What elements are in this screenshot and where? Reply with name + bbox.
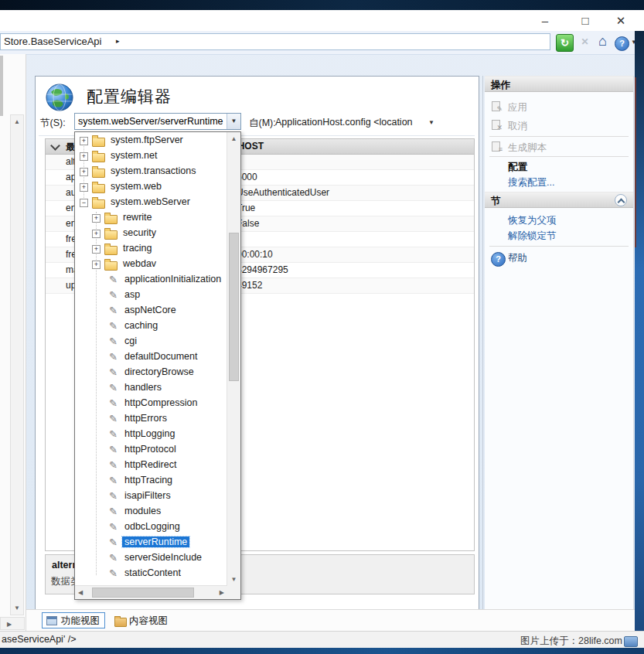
scrollbar-thumb[interactable]: [229, 233, 239, 381]
tree-item-tracing[interactable]: +tracing: [75, 241, 227, 257]
tree-item-label[interactable]: rewrite: [123, 212, 152, 223]
tree-item-label[interactable]: httpProtocol: [124, 444, 176, 455]
tree-item-directoryBrowse[interactable]: ✎directoryBrowse: [75, 365, 227, 380]
tab-features-view[interactable]: 功能视图: [42, 612, 105, 628]
expand-icon[interactable]: +: [92, 214, 101, 223]
grid-cell-value[interactable]: 4294967295: [237, 264, 288, 275]
dropdown-horizontal-scrollbar[interactable]: ◀ ▶: [75, 585, 227, 599]
tree-item-httpErrors[interactable]: ✎httpErrors: [75, 411, 227, 427]
tree-item-label[interactable]: directoryBrowse: [124, 366, 194, 377]
breadcrumb[interactable]: Store.BaseServiceApi: [0, 33, 550, 50]
revert-to-parent-link[interactable]: 恢复为父项: [508, 214, 557, 227]
tree-item-staticContent[interactable]: ✎staticContent: [75, 566, 227, 581]
expand-icon[interactable]: +: [80, 183, 88, 192]
help-icon[interactable]: ?: [615, 36, 629, 51]
tree-item-system.ftpServer[interactable]: +system.ftpServer: [75, 133, 227, 148]
connections-horizontal-scrollbar[interactable]: ▶: [0, 617, 25, 630]
tree-item-label[interactable]: webdav: [123, 258, 156, 269]
tree-item-httpCompression[interactable]: ✎httpCompression: [75, 396, 227, 411]
tree-item-isapiFilters[interactable]: ✎isapiFilters: [75, 489, 227, 504]
tree-item-label[interactable]: modules: [124, 506, 161, 516]
connections-vertical-scrollbar[interactable]: ▲ ▼: [10, 114, 24, 615]
tree-item-label[interactable]: system.webServer: [111, 196, 190, 207]
tree-item-label[interactable]: system.transactions: [111, 165, 196, 176]
tree-item-label[interactable]: httpErrors: [124, 413, 167, 424]
scroll-down-icon[interactable]: ▼: [227, 576, 240, 583]
tree-item-label[interactable]: system.web: [111, 181, 162, 192]
tree-item-label[interactable]: security: [123, 227, 156, 238]
tree-item-asp[interactable]: ✎asp: [75, 288, 227, 303]
scroll-left-icon[interactable]: ◀: [78, 589, 83, 596]
minimize-button[interactable]: –: [533, 12, 557, 29]
tree-item-httpProtocol[interactable]: ✎httpProtocol: [75, 442, 227, 458]
collapse-chevron-icon[interactable]: [50, 141, 60, 151]
search-config-link[interactable]: 搜索配置...: [508, 176, 554, 189]
tree-item-serverSideInclude[interactable]: ✎serverSideInclude: [75, 550, 227, 566]
tree-item-defaultDocument[interactable]: ✎defaultDocument: [75, 349, 227, 365]
scroll-right-icon[interactable]: ▶: [220, 589, 224, 596]
close-button[interactable]: ✕: [609, 12, 632, 29]
tree-item-odbcLogging[interactable]: ✎odbcLogging: [75, 519, 227, 535]
tab-content-view[interactable]: 内容视图: [110, 612, 173, 628]
section-combobox[interactable]: system.webServer/serverRuntime ▼: [74, 113, 241, 130]
scroll-up-icon[interactable]: ▲: [227, 135, 240, 142]
tree-item-label[interactable]: httpTracing: [124, 475, 172, 485]
tree-item-label[interactable]: caching: [124, 320, 158, 331]
refresh-icon[interactable]: ↻: [556, 34, 574, 52]
tree-item-label[interactable]: system.net: [111, 150, 157, 161]
tree-item-system.web[interactable]: +system.web: [75, 179, 227, 195]
unlock-section-link[interactable]: 解除锁定节: [508, 230, 557, 243]
scroll-up-icon[interactable]: ▲: [11, 118, 23, 125]
tree-item-serverRuntime[interactable]: ✎serverRuntime: [75, 535, 227, 550]
tree-item-label[interactable]: httpLogging: [124, 428, 175, 439]
from-combobox[interactable]: ApplicationHost.config <location: [275, 117, 413, 128]
expand-icon[interactable]: +: [80, 137, 88, 145]
scroll-right-icon[interactable]: ▶: [7, 621, 12, 628]
tree-item-httpLogging[interactable]: ✎httpLogging: [75, 427, 227, 442]
tree-item-label[interactable]: staticContent: [124, 567, 181, 578]
tree-item-security[interactable]: +security: [75, 226, 227, 241]
chevron-down-icon[interactable]: ▼: [428, 119, 434, 126]
tree-item-label[interactable]: handlers: [124, 382, 162, 393]
tree-item-label[interactable]: aspNetCore: [124, 305, 176, 315]
tree-item-system.transactions[interactable]: +system.transactions: [75, 164, 227, 179]
tree-item-webdav[interactable]: +webdav: [75, 257, 227, 272]
tree-item-label[interactable]: serverSideInclude: [124, 552, 202, 563]
tree-item-aspNetCore[interactable]: ✎aspNetCore: [75, 303, 227, 318]
tree-item-system.net[interactable]: +system.net: [75, 148, 227, 164]
home-icon[interactable]: ⌂: [595, 34, 611, 50]
grid-cell-value[interactable]: UseAuthenticatedUser: [237, 187, 329, 198]
tree-item-caching[interactable]: ✎caching: [75, 318, 227, 334]
expand-icon[interactable]: +: [80, 168, 88, 176]
tree-item-httpRedirect[interactable]: ✎httpRedirect: [75, 458, 227, 473]
expand-icon[interactable]: +: [92, 230, 101, 238]
collapse-section-button[interactable]: [615, 194, 627, 206]
expand-icon[interactable]: +: [92, 261, 101, 269]
help-link[interactable]: 帮助: [508, 252, 527, 265]
tree-item-label[interactable]: asp: [124, 289, 140, 300]
tree-item-label[interactable]: serverRuntime: [122, 536, 189, 547]
tree-item-handlers[interactable]: ✎handlers: [75, 380, 227, 396]
collapse-icon[interactable]: −: [80, 199, 88, 207]
tree-item-cgi[interactable]: ✎cgi: [75, 334, 227, 349]
tree-item-system.webServer[interactable]: −system.webServer: [75, 195, 227, 210]
breadcrumb-arrow-icon[interactable]: ▸: [116, 37, 120, 45]
tree-item-label[interactable]: isapiFilters: [124, 490, 171, 501]
tree-item-rewrite[interactable]: +rewrite: [75, 210, 227, 226]
tree-item-label[interactable]: applicationInitialization: [124, 274, 221, 284]
scrollbar-thumb[interactable]: [92, 588, 194, 598]
tree-item-httpTracing[interactable]: ✎httpTracing: [75, 473, 227, 489]
tree-item-label[interactable]: system.ftpServer: [111, 135, 183, 145]
expand-icon[interactable]: +: [80, 152, 88, 161]
tree-item-label[interactable]: defaultDocument: [124, 351, 198, 362]
dropdown-vertical-scrollbar[interactable]: ▲ ▼: [227, 132, 240, 586]
tree-item-modules[interactable]: ✎modules: [75, 504, 227, 519]
chevron-down-icon[interactable]: ▼: [227, 114, 240, 129]
tree-item-label[interactable]: httpRedirect: [124, 459, 176, 470]
scroll-down-icon[interactable]: ▼: [11, 605, 23, 611]
tree-item-label[interactable]: httpCompression: [124, 397, 198, 408]
maximize-button[interactable]: □: [574, 12, 597, 29]
expand-icon[interactable]: +: [92, 245, 101, 254]
tree-item-applicationInitialization[interactable]: ✎applicationInitialization: [75, 272, 227, 288]
tree-item-label[interactable]: tracing: [123, 243, 152, 254]
